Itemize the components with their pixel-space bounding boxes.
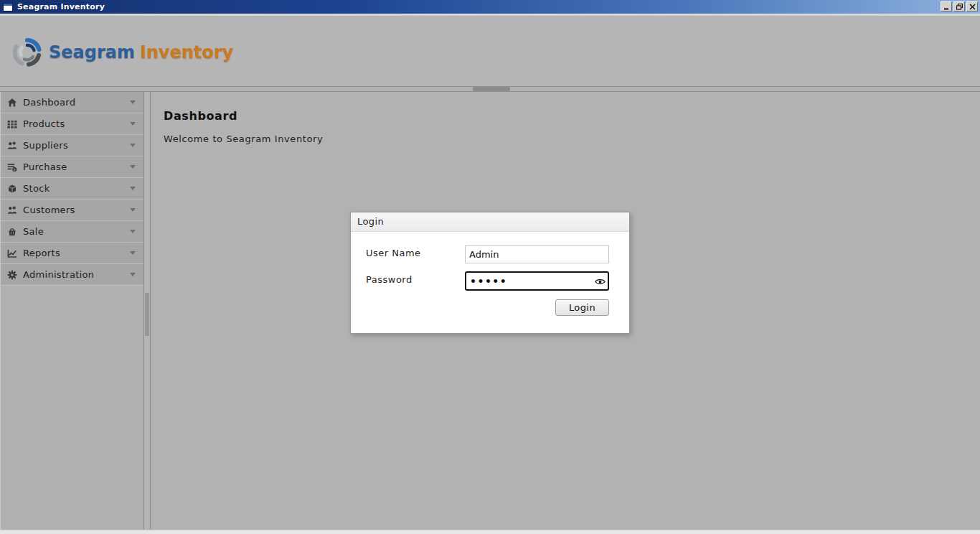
chevron-down-icon [130, 100, 136, 104]
sidebar: Dashboard Products [0, 92, 144, 530]
splitter-grip[interactable] [473, 87, 510, 91]
sidebar-item-customers[interactable]: Customers [1, 200, 143, 221]
username-field[interactable] [465, 245, 609, 263]
login-button[interactable]: Login [555, 299, 609, 316]
eye-icon[interactable] [595, 278, 606, 286]
swirl-logo-icon [13, 37, 42, 67]
sidebar-item-label: Products [23, 118, 130, 129]
sidebar-item-label: Stock [23, 183, 130, 194]
chart-icon [6, 248, 18, 259]
app-logo: SeagramInventory [13, 37, 233, 67]
sidebar-item-label: Dashboard [23, 97, 130, 108]
login-dialog-title: Login [351, 212, 629, 232]
chevron-down-icon [130, 187, 136, 190]
chevron-down-icon [130, 230, 136, 233]
sidebar-item-dashboard[interactable]: Dashboard [1, 92, 143, 113]
sidebar-item-label: Sale [23, 226, 130, 237]
minimize-icon [943, 4, 950, 10]
window-title: Seagram Inventory [17, 2, 105, 11]
sidebar-item-label: Reports [23, 248, 130, 258]
page-title: Dashboard [164, 109, 237, 123]
restore-icon [956, 4, 963, 10]
basket-icon [6, 226, 18, 238]
svg-text:$: $ [14, 167, 16, 171]
app-window: Seagram Inventory [0, 0, 980, 534]
gear-icon [6, 269, 18, 281]
sidebar-item-sale[interactable]: Sale [1, 221, 143, 243]
chevron-down-icon [130, 122, 136, 126]
horizontal-splitter [0, 86, 980, 92]
close-button[interactable] [966, 1, 978, 11]
scrollbar-thumb[interactable] [145, 293, 149, 336]
sidebar-item-purchase[interactable]: $ Purchase [1, 156, 143, 178]
password-field[interactable] [465, 271, 609, 291]
close-icon [969, 4, 976, 10]
sidebar-item-products[interactable]: Products [1, 113, 143, 135]
brand-secondary: Inventory [140, 42, 233, 62]
chevron-down-icon [130, 273, 136, 276]
chevron-down-icon [130, 144, 136, 147]
chevron-down-icon [130, 208, 136, 212]
chevron-down-icon [130, 165, 136, 169]
window-icon [3, 3, 13, 11]
sidebar-item-administration[interactable]: Administration [1, 264, 143, 286]
username-label: User Name [366, 248, 421, 258]
sidebar-item-label: Customers [23, 205, 130, 215]
home-icon [6, 97, 18, 108]
brand-primary: Seagram [49, 42, 135, 62]
sidebar-item-label: Suppliers [23, 140, 130, 151]
titlebar: Seagram Inventory [0, 0, 980, 14]
window-bottom-border [0, 530, 980, 534]
password-label: Password [366, 274, 413, 285]
sidebar-item-reports[interactable]: Reports [1, 243, 143, 264]
sidebar-item-label: Purchase [23, 161, 130, 172]
sidebar-scrollbar[interactable] [144, 92, 151, 530]
sidebar-item-label: Administration [23, 269, 130, 280]
grid-icon [6, 118, 18, 130]
sidebar-item-suppliers[interactable]: Suppliers [1, 135, 143, 156]
people-icon [6, 205, 18, 216]
login-dialog: Login User Name Password Login [350, 212, 630, 334]
header: SeagramInventory [0, 16, 980, 86]
welcome-text: Welcome to Seagram Inventory [164, 134, 323, 144]
minimize-button[interactable] [941, 1, 952, 11]
box-icon [6, 183, 18, 195]
brand-text: SeagramInventory [49, 42, 233, 62]
chevron-down-icon [130, 251, 136, 255]
restore-button[interactable] [953, 1, 965, 11]
people-icon [6, 140, 18, 151]
purchase-list-icon: $ [6, 161, 18, 173]
sidebar-item-stock[interactable]: Stock [1, 178, 143, 200]
